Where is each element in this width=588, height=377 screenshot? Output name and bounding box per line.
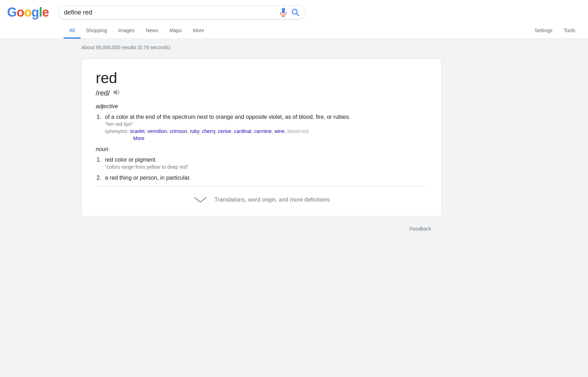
tab-settings[interactable]: Settings [529,23,558,39]
synonyms-label: synonyms: [105,128,129,134]
synonym-cardinal[interactable]: cardinal [234,128,251,134]
synonym-carmine[interactable]: carmine [254,128,272,134]
synonym-vermilion[interactable]: vermilion [147,128,167,134]
feedback-link[interactable]: Feedback [410,226,431,232]
svg-line-4 [297,14,299,16]
logo-letter-l: l [39,5,42,19]
synonym-crimson[interactable]: crimson [170,128,187,134]
tab-more[interactable]: More [187,23,210,39]
pronunciation: /red/ [96,89,427,98]
svg-marker-5 [113,89,117,95]
logo-letter-o1: o [17,5,24,19]
noun-definitions: red color or pigment. "colors range from… [96,157,427,181]
noun-def-1: red color or pigment. "colors range from… [103,157,427,170]
adjective-def-1-text: of a color at the end of the spectrum ne… [105,114,351,120]
header: Google [0,0,588,39]
search-icons [280,8,299,16]
search-bar [58,5,305,19]
noun-def-1-text: red color or pigment. [105,157,157,163]
definition-card: red /red/ adjective of a color at the en… [81,59,442,216]
header-top: Google [7,5,581,23]
feedback-area: Feedback [0,222,445,236]
results-info: About 98,000,000 results (0.79 seconds) [0,39,588,53]
main-content: red /red/ adjective of a color at the en… [0,53,588,222]
translations-section[interactable]: Translations, word origin, and more defi… [96,190,427,205]
noun-def-2: a red thing or person, in particular. [103,175,427,181]
translations-text: Translations, word origin, and more defi… [214,197,330,203]
chevron-down-icon [193,196,207,203]
synonym-cerise[interactable]: cerise [218,128,231,134]
synonym-blood-red: blood-red; [287,128,310,134]
tab-tools[interactable]: Tools [558,23,581,39]
logo-letter-g: g [31,5,39,19]
noun-def-2-text: a red thing or person, in particular. [105,175,191,181]
search-input[interactable] [64,9,280,16]
logo-letter-G: G [7,5,17,19]
microphone-icon[interactable] [280,8,287,16]
search-icon[interactable] [292,8,299,16]
nav-tabs: All Shopping Images News Maps More Setti… [7,23,581,39]
google-logo[interactable]: Google [7,5,49,20]
logo-letter-e: e [42,5,49,19]
pronunciation-text: /red/ [96,89,110,97]
more-synonyms-link[interactable]: More [133,135,427,141]
tab-news[interactable]: News [140,23,164,39]
noun-label: noun [96,146,427,152]
svg-rect-0 [282,8,285,13]
adjective-definitions: of a color at the end of the spectrum ne… [96,114,427,141]
tab-all[interactable]: All [64,23,81,39]
adjective-def-1: of a color at the end of the spectrum ne… [103,114,427,141]
speaker-icon[interactable] [113,89,120,98]
synonym-ruby[interactable]: ruby [190,128,199,134]
nav-right: Settings Tools [529,23,581,39]
synonym-scarlet[interactable]: scarlet [130,128,145,134]
noun-def-1-example: "colors range from yellow to deep red" [105,164,427,170]
word-title: red [96,70,427,87]
tab-images[interactable]: Images [113,23,140,39]
logo-letter-o2: o [24,5,31,19]
synonyms-line: synonyms: scarlet, vermilion, crimson, r… [105,128,427,134]
adjective-def-1-example: "her red lips" [105,121,427,127]
tab-shopping[interactable]: Shopping [81,23,113,39]
tab-maps[interactable]: Maps [164,23,187,39]
adjective-label: adjective [96,103,427,110]
synonym-wine[interactable]: wine [275,128,285,134]
synonym-cherry[interactable]: cherry [202,128,215,134]
card-divider [96,186,427,186]
